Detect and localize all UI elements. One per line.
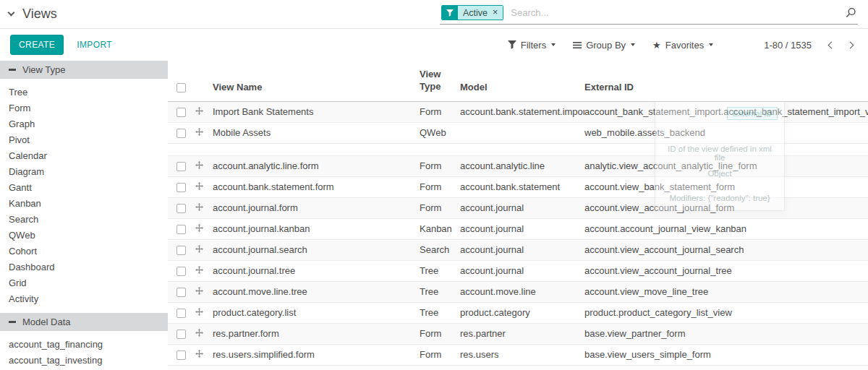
search-icon[interactable] [846, 7, 856, 18]
sidebar-item-label: Pivot [9, 134, 30, 145]
drag-handle-icon[interactable] [195, 161, 203, 169]
sidebar-section-header: View Type [0, 61, 168, 79]
sidebar-item-label: Dashboard [9, 262, 55, 272]
table-row[interactable]: account.journal.search Search account.jo… [168, 239, 868, 260]
search-bar[interactable]: Active × [440, 4, 858, 25]
cell-view-name: account.journal.tree [213, 260, 420, 281]
sidebar-section: Model Data account_tag_financing account… [0, 313, 168, 369]
sidebar-item[interactable]: account_tag_investing [0, 353, 168, 369]
import-button[interactable]: IMPORT [77, 40, 112, 50]
table-row[interactable]: product.category.list Tree product.categ… [168, 302, 868, 323]
select-all-checkbox[interactable] [176, 83, 186, 92]
sidebar-item[interactable]: Cohort [0, 244, 168, 259]
pager-next-button[interactable] [842, 37, 858, 53]
sidebar-item[interactable]: Pivot [0, 132, 168, 148]
favorites-dropdown[interactable]: ★ Favorites [652, 40, 713, 51]
row-checkbox[interactable] [176, 288, 186, 297]
table-row[interactable]: Import Bank Statements Form account.bank… [168, 101, 868, 122]
pager-previous-button[interactable] [823, 37, 839, 53]
cell-external-id: account.view_bank_statement_form [584, 176, 868, 197]
cell-model: account.journal [460, 197, 584, 218]
drag-handle-icon[interactable] [195, 287, 203, 295]
top-bar: Views Active × [0, 0, 868, 29]
row-checkbox[interactable] [176, 108, 186, 117]
cell-view-name: res.users.simplified.form [213, 344, 420, 365]
cell-model [460, 122, 584, 143]
sidebar-item[interactable]: Diagram [0, 164, 168, 180]
drag-handle-icon[interactable] [195, 128, 203, 136]
sidebar-item[interactable]: Gantt [0, 180, 168, 196]
search-facet[interactable]: Active × [441, 5, 503, 20]
row-checkbox[interactable] [176, 204, 186, 213]
table-body: Import Bank Statements Form account.bank… [168, 101, 868, 365]
sidebar-item[interactable]: Search [0, 212, 168, 228]
drag-handle-icon[interactable] [195, 350, 203, 358]
drag-handle-icon[interactable] [195, 182, 203, 190]
row-checkbox[interactable] [176, 330, 186, 339]
cell-view-type [420, 143, 460, 155]
sidebar-item[interactable]: Grid [0, 275, 168, 291]
cell-view-type: Form [420, 344, 460, 365]
sidebar-section-header: Model Data [0, 313, 168, 331]
list-view: View Name View Type Model External ID Im… [168, 61, 868, 370]
sidebar-item[interactable]: Activity [0, 291, 168, 307]
column-header-model[interactable]: Model [460, 61, 584, 101]
column-header-view-name[interactable]: View Name [213, 61, 420, 101]
table-row[interactable]: res.users.simplified.form Form res.users… [168, 344, 868, 365]
create-button[interactable]: CREATE [10, 35, 64, 55]
table-row[interactable]: account.journal.form Form account.journa… [168, 197, 868, 218]
row-checkbox[interactable] [176, 225, 186, 234]
drag-handle-icon[interactable] [195, 308, 203, 316]
drag-handle-icon[interactable] [195, 107, 203, 115]
row-checkbox[interactable] [176, 129, 186, 138]
row-checkbox[interactable] [176, 309, 186, 318]
drag-handle-icon[interactable] [195, 329, 203, 337]
table-row[interactable]: account.analytic.line.form Form account.… [168, 155, 868, 176]
chevron-down-icon[interactable] [8, 9, 15, 17]
column-header-external-id[interactable]: External ID [584, 61, 868, 101]
breadcrumb[interactable]: Views [9, 7, 57, 22]
sidebar-section-title: View Type [22, 64, 66, 75]
row-checkbox[interactable] [176, 246, 186, 255]
table-row[interactable]: res.partner.form Form res.partner base.v… [168, 323, 868, 344]
table-row[interactable]: account.move.line.tree Tree account.move… [168, 281, 868, 302]
filters-dropdown[interactable]: Filters [508, 40, 556, 51]
table-row[interactable]: Mobile Assets QWeb web_mobile.assets_bac… [168, 122, 868, 143]
sidebar-item-label: Tree [9, 87, 27, 98]
sidebar-item[interactable]: Calendar [0, 148, 168, 164]
cell-external-id: base.view_users_simple_form [584, 344, 868, 365]
cell-external-id: web_mobile.assets_backend [584, 122, 868, 143]
cell-model: res.users [460, 344, 584, 365]
row-checkbox[interactable] [176, 350, 186, 360]
table-row[interactable]: account.journal.kanban Kanban account.jo… [168, 218, 868, 239]
sidebar-item[interactable]: Graph [0, 116, 168, 132]
table-row[interactable]: account.journal.tree Tree account.journa… [168, 260, 868, 281]
drag-handle-icon[interactable] [195, 266, 203, 274]
caret-down-icon [709, 43, 713, 46]
facet-remove-icon[interactable]: × [493, 8, 498, 17]
table-row[interactable]: account.bank.statement.form Form account… [168, 176, 868, 197]
column-header-view-type[interactable]: View Type [420, 61, 460, 101]
row-checkbox[interactable] [176, 267, 186, 276]
table-row[interactable] [168, 143, 868, 155]
sidebar-item[interactable]: Form [0, 100, 168, 116]
drag-handle-icon[interactable] [195, 203, 203, 211]
search-input[interactable] [509, 7, 840, 19]
filters-label: Filters [521, 40, 546, 51]
drag-handle-icon[interactable] [195, 245, 203, 253]
row-checkbox[interactable] [176, 183, 186, 192]
cell-model: account.move.line [460, 281, 584, 302]
sidebar-item[interactable]: Kanban [0, 196, 168, 212]
cell-view-name: account.journal.kanban [213, 218, 420, 239]
sidebar-section: View Type Tree Form Graph Pivot Calendar… [0, 61, 168, 307]
cell-external-id: account.account_journal_view_kanban [584, 218, 868, 239]
sidebar-item-label: Kanban [9, 198, 41, 209]
row-checkbox[interactable] [176, 162, 186, 171]
sidebar-item[interactable]: account_tag_financing [0, 337, 168, 353]
sidebar-item[interactable]: Tree [0, 85, 168, 100]
sidebar-item[interactable]: QWeb [0, 228, 168, 244]
drag-handle-icon[interactable] [195, 224, 203, 232]
sidebar-item[interactable]: Dashboard [0, 259, 168, 275]
group-by-dropdown[interactable]: Group By [573, 40, 635, 51]
caret-down-icon [551, 43, 556, 46]
